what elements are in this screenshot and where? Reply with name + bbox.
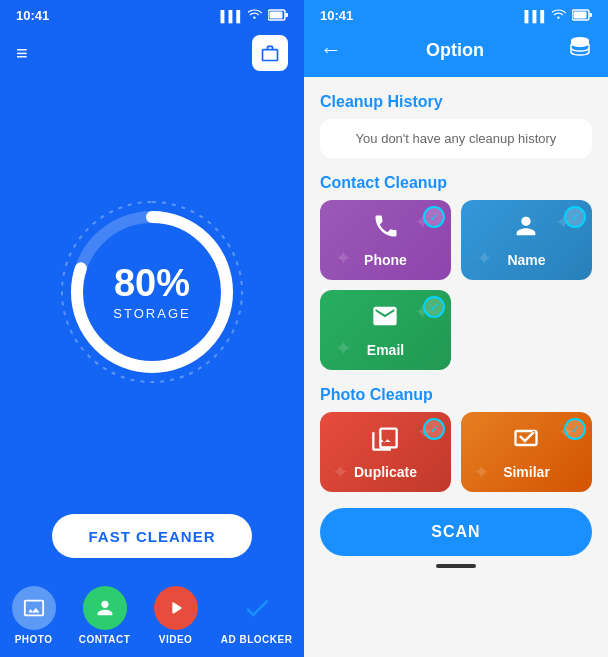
email-card[interactable]: ✦ ✦ Email ✓: [320, 290, 451, 370]
photo-cleanup-title: Photo Cleanup: [320, 386, 592, 404]
name-check-badge: ✓: [564, 206, 586, 228]
nav-item-adblocker[interactable]: AD BLOCKER: [221, 586, 293, 645]
left-time: 10:41: [16, 8, 49, 23]
phone-card-icon: [372, 212, 400, 246]
similar-card-content: Similar: [503, 424, 550, 480]
nav-item-video[interactable]: VIDEO: [154, 586, 198, 645]
storage-circle: 80% STORAGE: [52, 192, 252, 392]
right-time: 10:41: [320, 8, 353, 23]
video-nav-circle: [154, 586, 198, 630]
database-icon[interactable]: [568, 35, 592, 65]
duplicate-card-icon: [371, 424, 399, 458]
back-button[interactable]: ←: [320, 37, 342, 63]
svg-rect-1: [270, 11, 283, 18]
contact-nav-circle: [83, 586, 127, 630]
phone-card-content: Phone: [364, 212, 407, 268]
video-icon: [165, 597, 187, 619]
storage-label-text: STORAGE: [113, 305, 190, 320]
photo-cleanup-section: Photo Cleanup ✦ ✦: [320, 386, 592, 492]
phone-card-label: Phone: [364, 252, 407, 268]
nav-item-contact[interactable]: CONTACT: [79, 586, 131, 645]
email-card-label: Email: [367, 342, 404, 358]
cleanup-history-empty: You don't have any cleanup history: [336, 131, 576, 146]
duplicate-card-label: Duplicate: [354, 464, 417, 480]
photo-icon: [23, 597, 45, 619]
option-title: Option: [426, 40, 484, 61]
cleanup-history-section: Cleanup History You don't have any clean…: [320, 93, 592, 158]
email-card-content: Email: [367, 302, 404, 358]
contact-cleanup-title: Contact Cleanup: [320, 174, 592, 192]
contact-cards-grid: ✦ ✦ Phone ✓: [320, 200, 592, 280]
video-nav-label: VIDEO: [159, 634, 193, 645]
right-wifi-icon: [552, 9, 568, 23]
duplicate-card-content: Duplicate: [354, 424, 417, 480]
right-panel: 10:41 ▌▌▌ ← Option: [304, 0, 608, 657]
app-icon-button[interactable]: [252, 35, 288, 71]
adblocker-icon: [235, 586, 279, 630]
right-signal-icon: ▌▌▌: [525, 10, 548, 22]
cleanup-history-card: You don't have any cleanup history: [320, 119, 592, 158]
storage-container: 80% STORAGE: [0, 69, 304, 514]
right-content: Cleanup History You don't have any clean…: [304, 77, 608, 657]
right-status-icons: ▌▌▌: [525, 9, 592, 23]
contact-icon: [94, 597, 116, 619]
right-battery-icon: [572, 9, 592, 23]
photo-nav-circle: [12, 586, 56, 630]
right-status-bar: 10:41 ▌▌▌: [304, 0, 608, 27]
scan-button[interactable]: SCAN: [320, 508, 592, 556]
right-header: ← Option: [304, 27, 608, 77]
storage-percent-value: 80%: [113, 263, 190, 301]
menu-icon[interactable]: ≡: [16, 42, 28, 65]
wifi-icon: [248, 9, 264, 23]
storage-info: 80% STORAGE: [113, 263, 190, 320]
photo-nav-label: PHOTO: [15, 634, 53, 645]
phone-card[interactable]: ✦ ✦ Phone ✓: [320, 200, 451, 280]
nav-item-photo[interactable]: PHOTO: [12, 586, 56, 645]
similar-card[interactable]: ✦ ✦ Similar ✓: [461, 412, 592, 492]
bottom-indicator: [436, 564, 476, 568]
email-card-row: ✦ ✦ Email ✓: [320, 290, 592, 370]
similar-card-icon: [512, 424, 540, 458]
email-card-icon: [371, 302, 399, 336]
battery-icon: [268, 9, 288, 23]
name-card-label: Name: [507, 252, 545, 268]
adblocker-nav-label: AD BLOCKER: [221, 634, 293, 645]
svg-rect-8: [590, 13, 593, 17]
scan-label: SCAN: [431, 523, 480, 541]
duplicate-check-badge: ✓: [423, 418, 445, 440]
name-card-icon: [512, 212, 540, 246]
signal-icon: ▌▌▌: [221, 10, 244, 22]
photo-cards-grid: ✦ ✦ Duplicate ✓: [320, 412, 592, 492]
phone-check-badge: ✓: [423, 206, 445, 228]
similar-card-label: Similar: [503, 464, 550, 480]
left-panel: 10:41 ▌▌▌ ≡: [0, 0, 304, 657]
duplicate-card[interactable]: ✦ ✦ Duplicate ✓: [320, 412, 451, 492]
name-card[interactable]: ✦ ✦ Name ✓: [461, 200, 592, 280]
suitcase-icon: [260, 43, 280, 63]
fast-cleaner-label: FAST CLEANER: [88, 528, 215, 545]
left-status-bar: 10:41 ▌▌▌: [0, 0, 304, 27]
svg-rect-2: [286, 13, 289, 17]
svg-rect-7: [574, 11, 587, 18]
contact-nav-label: CONTACT: [79, 634, 131, 645]
left-status-icons: ▌▌▌: [221, 9, 288, 23]
fast-cleaner-button[interactable]: FAST CLEANER: [52, 514, 252, 558]
similar-check-badge: ✓: [564, 418, 586, 440]
cleanup-history-title: Cleanup History: [320, 93, 592, 111]
name-card-content: Name: [507, 212, 545, 268]
email-check-badge: ✓: [423, 296, 445, 318]
bottom-nav: PHOTO CONTACT VIDEO: [0, 578, 304, 657]
contact-cleanup-section: Contact Cleanup ✦ ✦ Phone: [320, 174, 592, 370]
